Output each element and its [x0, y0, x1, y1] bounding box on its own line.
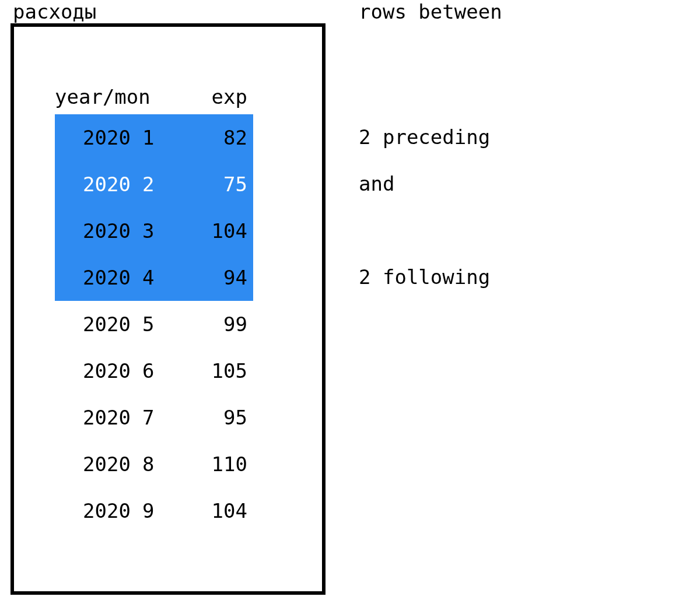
cell-mon: 6 — [136, 359, 183, 383]
cell-mon: 2 — [136, 173, 183, 196]
table-header-row: year/mon exp — [55, 79, 253, 114]
table-row: 2020275 — [55, 161, 253, 208]
annotation-preceding: 2 preceding — [359, 125, 490, 149]
cell-year: 2020 — [55, 406, 136, 429]
cell-mon: 9 — [136, 499, 183, 522]
table-row: 20209104 — [55, 487, 253, 534]
cell-exp: 95 — [183, 406, 253, 429]
cell-exp: 105 — [183, 359, 253, 383]
table-row: 2020182 — [55, 114, 253, 161]
frame-clause-title: rows between — [359, 0, 502, 23]
header-year-mon: year/mon — [55, 85, 136, 108]
cell-mon: 1 — [136, 126, 183, 149]
cell-mon: 8 — [136, 452, 183, 476]
cell-exp: 99 — [183, 313, 253, 336]
cell-year: 2020 — [55, 219, 136, 243]
annotation-following: 2 following — [359, 265, 490, 289]
header-exp: exp — [183, 85, 253, 108]
expenses-table: year/mon exp 202018220202752020310420204… — [10, 23, 326, 595]
cell-exp: 82 — [183, 126, 253, 149]
cell-exp: 94 — [183, 266, 253, 289]
cell-year: 2020 — [55, 313, 136, 336]
table-row: 20208110 — [55, 441, 253, 487]
table-row: 2020795 — [55, 394, 253, 441]
cell-year: 2020 — [55, 452, 136, 476]
table-title: расходы — [13, 0, 96, 23]
table-row: 2020494 — [55, 254, 253, 301]
cell-year: 2020 — [55, 266, 136, 289]
cell-mon: 7 — [136, 406, 183, 429]
table-content: year/mon exp 202018220202752020310420204… — [55, 79, 253, 534]
cell-year: 2020 — [55, 499, 136, 522]
table-row: 2020599 — [55, 301, 253, 348]
table-row: 20203104 — [55, 208, 253, 254]
cell-year: 2020 — [55, 126, 136, 149]
cell-year: 2020 — [55, 173, 136, 196]
cell-year: 2020 — [55, 359, 136, 383]
cell-mon: 5 — [136, 313, 183, 336]
cell-exp: 104 — [183, 499, 253, 522]
annotation-and: and — [359, 172, 394, 195]
cell-mon: 4 — [136, 266, 183, 289]
table-row: 20206105 — [55, 348, 253, 394]
cell-exp: 104 — [183, 219, 253, 243]
cell-exp: 110 — [183, 452, 253, 476]
cell-exp: 75 — [183, 173, 253, 196]
cell-mon: 3 — [136, 219, 183, 243]
